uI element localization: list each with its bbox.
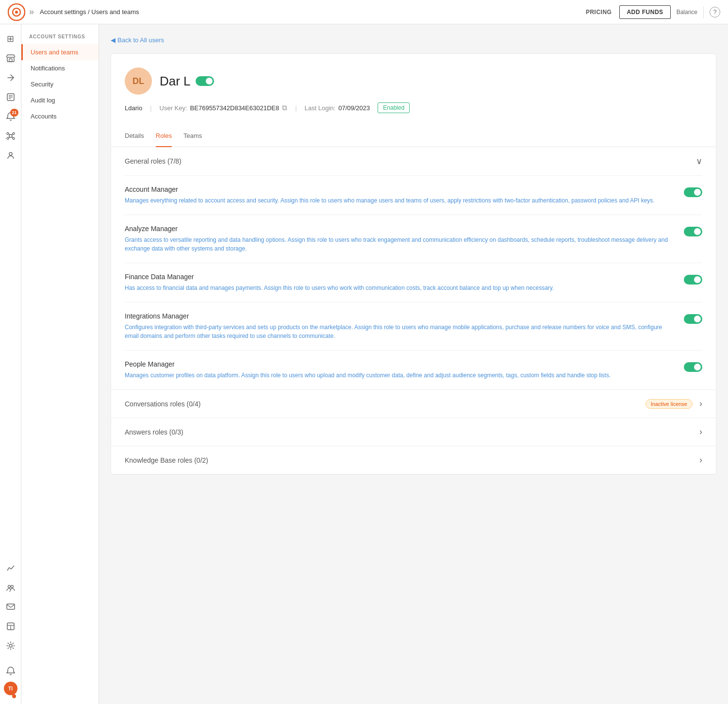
answers-roles-header[interactable]: Answers roles (0/3) › [111, 418, 716, 446]
audience-icon[interactable] [2, 579, 19, 596]
conversations-roles-chevron-icon: › [699, 399, 702, 409]
general-roles-title: General roles (7/8) [125, 157, 182, 165]
tab-roles[interactable]: Roles [156, 125, 172, 147]
toggle-account-manager[interactable] [684, 187, 702, 197]
svg-point-18 [9, 152, 12, 155]
home-icon[interactable]: ⊞ [2, 30, 19, 48]
role-name-integrations-manager: Integrations Manager [125, 312, 674, 320]
reports-icon[interactable] [2, 88, 19, 106]
answers-roles-chevron-icon: › [699, 427, 702, 437]
conversations-roles-section: Conversations roles (0/4) Inactive licen… [111, 390, 716, 418]
settings-icon[interactable] [2, 637, 19, 654]
breadcrumb: Account settings / Users and teams [40, 8, 139, 16]
role-desc-analyze-manager: Grants access to versatile reporting and… [125, 235, 674, 253]
tab-details[interactable]: Details [125, 125, 144, 147]
user-key-value: BE769557342D834E63021DE8 [190, 104, 280, 112]
svg-line-16 [9, 137, 10, 138]
knowledge-base-roles-title: Knowledge Base roles (0/2) [125, 456, 208, 464]
last-login-label: Last Login: [305, 104, 336, 112]
notification-badge: 21 [10, 109, 18, 117]
role-item-analyze-manager: Analyze Manager Grants access to versati… [125, 215, 702, 263]
knowledge-base-roles-section: Knowledge Base roles (0/2) › [111, 446, 716, 474]
inactive-license-badge: Inactive license [645, 399, 693, 409]
messages-icon[interactable] [2, 598, 19, 616]
toggle-finance-manager[interactable] [684, 275, 702, 285]
general-roles-items: Account Manager Manages everything relat… [111, 175, 716, 389]
user-meta: Ldario | User Key: BE769557342D834E63021… [125, 102, 702, 113]
status-badge: Enabled [378, 102, 410, 113]
user-key-label: User Key: [160, 104, 187, 112]
role-name-analyze-manager: Analyze Manager [125, 225, 674, 233]
toggle-people-manager[interactable] [684, 362, 702, 372]
role-item-people-manager: People Manager Manages customer profiles… [125, 350, 702, 389]
tabs-container: Details Roles Teams General roles (7/8) … [111, 125, 716, 475]
svg-point-20 [11, 586, 13, 588]
tab-teams[interactable]: Teams [183, 125, 202, 147]
last-login-value: 07/09/2023 [338, 104, 370, 112]
svg-line-14 [9, 134, 10, 135]
user-enabled-toggle[interactable] [196, 76, 214, 86]
general-roles-header[interactable]: General roles (7/8) ∨ [111, 147, 716, 175]
back-arrow-icon: ◀ [111, 36, 116, 44]
pricing-link[interactable]: PRICING [586, 9, 612, 16]
sidebar-item-accounts[interactable]: Accounts [21, 108, 99, 124]
username: Ldario [125, 104, 142, 112]
role-name-people-manager: People Manager [125, 360, 674, 368]
app-logo[interactable] [8, 3, 25, 21]
tabs-bar: Details Roles Teams [111, 125, 716, 147]
expand-icon[interactable]: » [29, 7, 34, 17]
role-desc-account-manager: Manages everything related to account ac… [125, 196, 674, 205]
svg-line-15 [12, 134, 13, 135]
back-link[interactable]: ◀ Back to All users [111, 36, 164, 44]
toggle-analyze-manager[interactable] [684, 227, 702, 236]
role-desc-integrations-manager: Configures integration with third-party … [125, 323, 674, 340]
knowledge-base-roles-header[interactable]: Knowledge Base roles (0/2) › [111, 446, 716, 474]
integrations-icon[interactable] [2, 127, 19, 145]
svg-rect-3 [7, 57, 14, 62]
svg-line-17 [12, 137, 13, 138]
toggle-integrations-manager[interactable] [684, 314, 702, 324]
notifications-icon[interactable]: 21 [2, 108, 19, 125]
sidebar-item-security[interactable]: Security [21, 76, 99, 92]
svg-point-13 [13, 137, 15, 139]
sidebar-section-title: ACCOUNT SETTINGS [21, 34, 99, 44]
user-avatar[interactable]: TI [4, 682, 17, 695]
svg-rect-21 [7, 604, 15, 609]
sidebar-item-audit-log[interactable]: Audit log [21, 92, 99, 108]
help-button[interactable]: ? [710, 7, 720, 17]
conversations-roles-title: Conversations roles (0/4) [125, 400, 200, 408]
icon-bar: ⊞ 21 [0, 24, 21, 704]
cross-icon[interactable] [2, 69, 19, 86]
bell-icon[interactable] [2, 662, 19, 680]
svg-point-10 [7, 133, 9, 134]
store-icon[interactable] [2, 50, 19, 67]
role-desc-people-manager: Manages customer profiles on data platfo… [125, 371, 674, 380]
main-content: ◀ Back to All users DL Dar L Ldario | Us… [99, 24, 728, 704]
role-name-finance-manager: Finance Data Manager [125, 273, 674, 281]
user-card: DL Dar L Ldario | User Key: BE769557342D… [111, 53, 716, 125]
icon-bar-bottom: TI [2, 559, 19, 704]
answers-roles-section: Answers roles (0/3) › [111, 418, 716, 446]
templates-icon[interactable] [2, 618, 19, 635]
general-roles-chevron-icon: ∨ [696, 156, 702, 167]
svg-point-2 [15, 11, 18, 14]
sidebar-item-notifications[interactable]: Notifications [21, 60, 99, 76]
add-funds-button[interactable]: ADD FUNDS [619, 5, 670, 19]
svg-point-11 [13, 133, 15, 134]
answers-roles-title: Answers roles (0/3) [125, 428, 183, 436]
role-desc-finance-manager: Has access to financial data and manages… [125, 284, 674, 292]
svg-rect-4 [9, 59, 12, 62]
conversations-roles-header[interactable]: Conversations roles (0/4) Inactive licen… [111, 390, 716, 418]
copy-icon[interactable]: ⧉ [282, 103, 287, 112]
svg-point-12 [7, 137, 9, 139]
svg-point-19 [8, 586, 10, 588]
user-name: Dar L [160, 74, 191, 89]
role-name-account-manager: Account Manager [125, 185, 674, 193]
role-item-integrations-manager: Integrations Manager Configures integrat… [125, 302, 702, 350]
role-item-account-manager: Account Manager Manages everything relat… [125, 175, 702, 215]
roles-content: General roles (7/8) ∨ Account Manager Ma… [111, 147, 716, 474]
contacts-icon[interactable] [2, 147, 19, 164]
sidebar-item-users-and-teams[interactable]: Users and teams [21, 44, 99, 60]
chart-icon[interactable] [2, 559, 19, 577]
svg-point-25 [9, 644, 12, 647]
